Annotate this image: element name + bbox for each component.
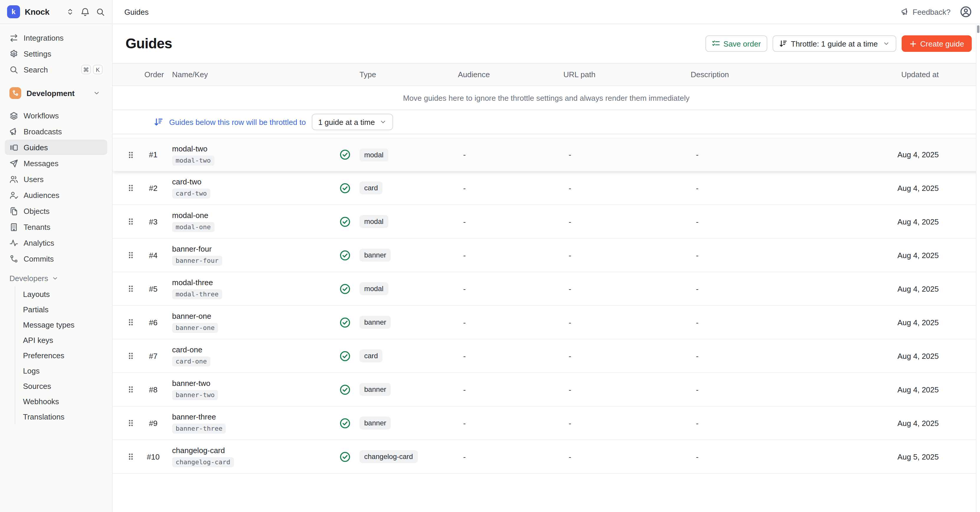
guide-type-cell: banner xyxy=(360,383,458,396)
guide-order: #7 xyxy=(140,351,167,360)
guide-name[interactable]: banner-one xyxy=(172,312,339,321)
drag-handle-icon xyxy=(127,217,134,226)
guide-url-path: - xyxy=(563,318,690,327)
sidebar-item-users[interactable]: Users xyxy=(5,172,107,187)
environment-switcher[interactable]: Development xyxy=(5,85,107,101)
drag-handle[interactable] xyxy=(122,284,140,293)
column-header-order: Order xyxy=(140,70,167,79)
sidebar-item-tenants[interactable]: Tenants xyxy=(5,219,107,234)
developers-section-label: Developers xyxy=(10,273,48,283)
sidebar-item-guides[interactable]: Guides xyxy=(5,140,107,155)
guide-row[interactable]: #2 card-two card-two card - - - Aug 4, 2… xyxy=(113,172,980,205)
feedback-button[interactable]: Feedback? xyxy=(901,7,951,16)
guide-description: - xyxy=(690,251,843,259)
sidebar-item-label: Workflows xyxy=(24,111,59,120)
sidebar-item-settings[interactable]: Settings xyxy=(5,46,107,61)
drag-handle-icon xyxy=(127,150,134,159)
drag-handle[interactable] xyxy=(122,217,140,226)
guide-name[interactable]: card-one xyxy=(172,345,339,354)
guide-name[interactable]: modal-one xyxy=(172,211,339,220)
drag-handle[interactable] xyxy=(122,385,140,394)
sidebar-nav: Integrations Settings Search ⌘ K Develop… xyxy=(0,24,112,429)
sidebar-item-translations[interactable]: Translations xyxy=(15,409,107,424)
sidebar-item-broadcasts[interactable]: Broadcasts xyxy=(5,124,107,139)
sidebar-item-integrations[interactable]: Integrations xyxy=(5,30,107,45)
developers-section-toggle[interactable]: Developers xyxy=(5,271,107,285)
guide-key: modal-one xyxy=(172,222,214,232)
guide-name[interactable]: card-two xyxy=(172,177,339,186)
throttle-amount-select[interactable]: 1 guide at a time xyxy=(312,114,393,130)
feedback-megaphone-icon xyxy=(901,8,909,16)
guide-updated-at: Aug 5, 2025 xyxy=(843,452,980,461)
throttle-divider-link[interactable]: Guides below this row will be throttled … xyxy=(154,117,306,127)
sidebar-item-logs[interactable]: Logs xyxy=(15,363,107,378)
environment-label: Development xyxy=(27,89,75,97)
guide-row[interactable]: #6 banner-one banner-one banner - - - Au… xyxy=(113,306,980,339)
status-check-circle-icon xyxy=(339,317,351,328)
guide-updated-at: Aug 4, 2025 xyxy=(843,418,980,428)
sidebar-item-analytics[interactable]: Analytics xyxy=(5,235,107,250)
save-order-button[interactable]: Save order xyxy=(705,35,767,52)
guide-name[interactable]: modal-two xyxy=(172,144,339,153)
guide-row[interactable]: #7 card-one card-one card - - - Aug 4, 2… xyxy=(113,339,980,373)
guide-name-cell: banner-two banner-two xyxy=(167,379,339,400)
guide-name[interactable]: banner-two xyxy=(172,379,339,388)
guide-name-cell: modal-two modal-two xyxy=(167,144,339,165)
sidebar-item-preferences[interactable]: Preferences xyxy=(15,348,107,363)
guide-row[interactable]: #10 changelog-card changelog-card change… xyxy=(113,440,980,474)
sidebar-item-commits[interactable]: Commits xyxy=(5,251,107,266)
guide-name[interactable]: banner-three xyxy=(172,412,339,421)
notifications-bell-icon[interactable] xyxy=(81,7,89,16)
guide-name[interactable]: banner-four xyxy=(172,245,339,253)
column-header-name-key: Name/Key xyxy=(167,70,339,79)
guide-key: banner-three xyxy=(172,424,226,434)
scrollbar-track[interactable] xyxy=(976,24,980,512)
drag-handle[interactable] xyxy=(122,183,140,192)
guide-type-cell: card xyxy=(360,350,458,363)
guide-name[interactable]: changelog-card xyxy=(172,446,339,455)
guide-row[interactable]: #9 banner-three banner-three banner - - … xyxy=(113,407,980,440)
sidebar-item-webhooks[interactable]: Webhooks xyxy=(15,394,107,409)
drag-handle[interactable] xyxy=(122,452,140,461)
account-menu-button[interactable] xyxy=(960,6,972,17)
sidebar-item-audiences[interactable]: Audiences xyxy=(5,188,107,203)
sidebar-item-layouts[interactable]: Layouts xyxy=(15,286,107,302)
sidebar-item-message-types[interactable]: Message types xyxy=(15,317,107,332)
throttle-setting-button[interactable]: Throttle: 1 guide at a time xyxy=(773,35,896,52)
no-throttle-dropzone[interactable]: Move guides here to ignore the throttle … xyxy=(113,86,980,110)
sidebar-item-workflows[interactable]: Workflows xyxy=(5,108,107,123)
guide-name[interactable]: modal-three xyxy=(172,278,339,287)
guide-row[interactable]: #8 banner-two banner-two banner - - - Au… xyxy=(113,373,980,407)
guide-row[interactable]: #4 banner-four banner-four banner - - - … xyxy=(113,239,980,272)
search-icon xyxy=(10,65,18,74)
sidebar-item-search[interactable]: Search ⌘ K xyxy=(5,62,107,77)
no-throttle-dropzone-text: Move guides here to ignore the throttle … xyxy=(403,94,690,102)
sidebar: k Knock Integrations Settings Search xyxy=(0,0,113,512)
sidebar-item-sources[interactable]: Sources xyxy=(15,378,107,394)
sidebar-item-objects[interactable]: Objects xyxy=(5,203,107,219)
guide-order: #8 xyxy=(140,385,167,394)
sidebar-item-label: Layouts xyxy=(23,289,50,299)
sort-descending-icon xyxy=(154,117,163,127)
drag-handle[interactable] xyxy=(122,150,140,159)
drag-handle[interactable] xyxy=(122,418,140,428)
search-icon[interactable] xyxy=(96,7,105,16)
drag-handle[interactable] xyxy=(122,318,140,327)
guide-row[interactable]: #5 modal-three modal-three modal - - - A… xyxy=(113,272,980,306)
developers-sub-list: Layouts Partials Message types API keys … xyxy=(15,286,107,424)
sidebar-item-api-keys[interactable]: API keys xyxy=(15,332,107,348)
workspace-name: Knock xyxy=(25,7,49,16)
guide-key: banner-one xyxy=(172,323,218,333)
guide-row[interactable]: #3 modal-one modal-one modal - - - Aug 4… xyxy=(113,205,980,239)
sidebar-item-partials[interactable]: Partials xyxy=(15,302,107,317)
drag-handle[interactable] xyxy=(122,351,140,361)
guide-type-badge: card xyxy=(360,181,383,194)
drag-handle[interactable] xyxy=(122,250,140,260)
scrollbar-thumb[interactable] xyxy=(977,25,979,33)
audiences-user-check-icon xyxy=(10,191,18,199)
guide-row[interactable]: #1 modal-two modal-two modal - - - Aug 4… xyxy=(113,138,980,172)
sidebar-item-messages[interactable]: Messages xyxy=(5,156,107,171)
guide-audience: - xyxy=(458,452,563,461)
workspace-switcher-icon[interactable] xyxy=(66,8,74,16)
create-guide-button[interactable]: Create guide xyxy=(901,35,972,52)
